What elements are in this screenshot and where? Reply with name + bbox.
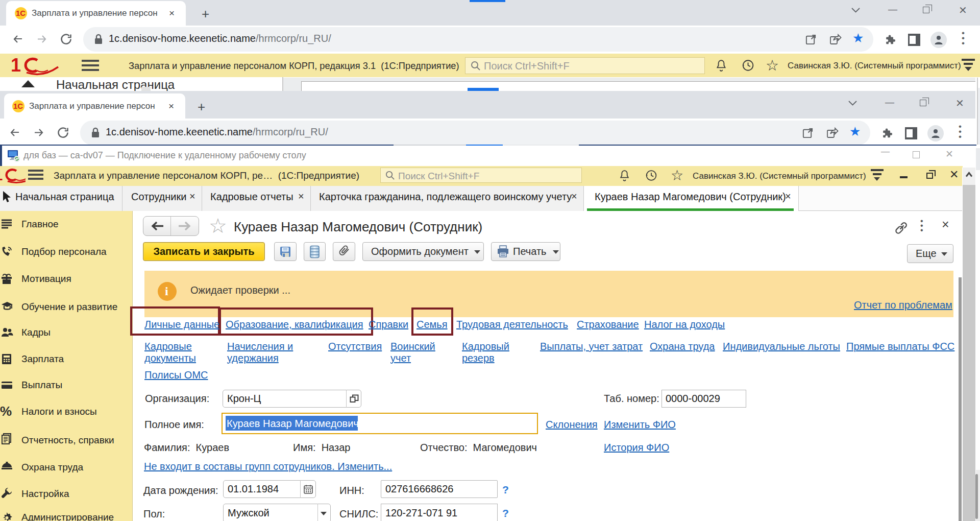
svg-text:1: 1 — [11, 55, 21, 76]
svg-text:1: 1 — [0, 167, 3, 183]
